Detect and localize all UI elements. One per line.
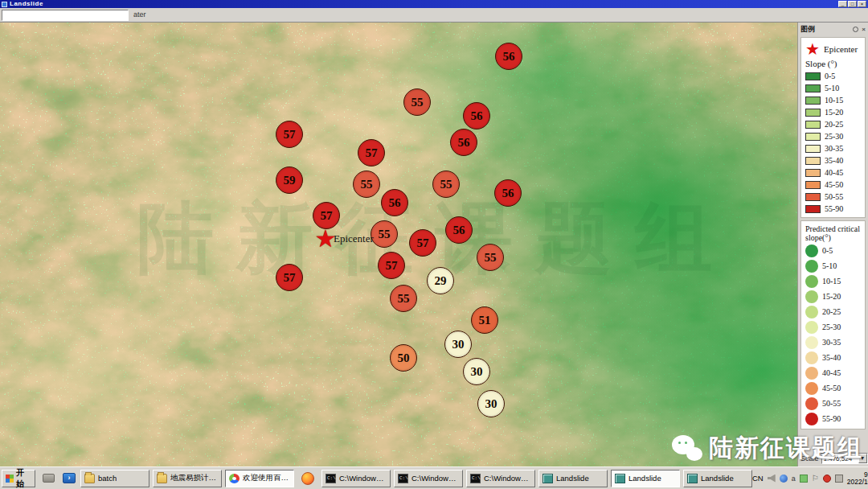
app-icon: [2, 2, 7, 7]
taskbar: 开始 › batch地震易损计算程...欢迎使用百度网盘C:\C:\Window…: [0, 466, 868, 489]
folder-icon: [157, 474, 167, 483]
slope-marker[interactable]: 29: [427, 267, 454, 294]
network-icon[interactable]: [835, 475, 843, 483]
folder-icon: [84, 474, 95, 483]
slope-legend-item: 10-15: [805, 94, 861, 106]
panel-close-icon[interactable]: ×: [862, 26, 866, 33]
windows-logo-icon: [6, 475, 14, 483]
taskbar-button-netdisk[interactable]: 欢迎使用百度网盘: [225, 470, 294, 487]
toolbar-input[interactable]: [2, 10, 129, 21]
language-indicator[interactable]: CN: [752, 474, 764, 483]
slope-marker[interactable]: 56: [463, 102, 490, 129]
legend-item-label: 5-10: [822, 261, 837, 270]
taskbar-button-cmd[interactable]: C:\C:\Windows\syst...: [394, 470, 463, 487]
slope-marker[interactable]: 30: [477, 390, 505, 417]
taskbar-button-app[interactable]: Landslide: [538, 470, 608, 487]
slope-marker[interactable]: 55: [353, 171, 380, 198]
slope-marker[interactable]: 59: [276, 166, 303, 194]
slope-marker[interactable]: 56: [495, 43, 522, 70]
legend-item-label: 25-30: [822, 323, 841, 331]
slope-legend-item: 5-10: [805, 82, 861, 94]
taskbar-button-label: Landslide: [628, 474, 661, 483]
pin-icon[interactable]: [853, 27, 858, 32]
taskbar-button-label: batch: [98, 474, 117, 483]
slope-marker[interactable]: 55: [432, 171, 460, 198]
legend-circle-swatch: [805, 244, 818, 257]
legend-swatch: [805, 157, 821, 165]
app-icon: [615, 474, 625, 483]
taskbar-button-label: 欢迎使用百度网盘: [243, 473, 290, 483]
tray-text-icon[interactable]: a: [792, 475, 796, 483]
taskbar-button-cmd[interactable]: C:\C:\Windows\syst...: [321, 470, 391, 487]
slope-legend-item: 25-30: [805, 130, 861, 142]
window-titlebar[interactable]: Landslide _ □ ×: [0, 0, 868, 8]
slope-marker[interactable]: 57: [378, 252, 405, 279]
close-button[interactable]: ×: [858, 1, 866, 7]
legend-swatch: [805, 97, 821, 105]
legend-circle-swatch: [805, 321, 818, 334]
slope-marker[interactable]: 57: [276, 121, 303, 148]
slope-marker[interactable]: 57: [358, 139, 385, 166]
slope-legend-item: 45-50: [805, 179, 861, 191]
tray-record-icon[interactable]: [823, 475, 831, 483]
legend-circle-swatch: [805, 413, 818, 425]
legend-swatch: [805, 205, 821, 213]
legend-circle-swatch: [805, 336, 818, 349]
app-icon: [687, 474, 698, 483]
powershell-icon[interactable]: ›: [61, 471, 77, 487]
slope-marker[interactable]: 30: [463, 358, 490, 385]
legend-item-label: 15-20: [822, 292, 841, 301]
slope-marker[interactable]: 55: [371, 220, 398, 248]
critical-legend-title: Predicted critical slope(°): [805, 224, 861, 242]
slope-marker[interactable]: 56: [445, 216, 473, 244]
toolbar-label: ater: [133, 10, 146, 18]
slope-marker[interactable]: 55: [477, 244, 504, 271]
slope-marker[interactable]: 30: [444, 331, 472, 358]
legend-item-label: 20-25: [822, 307, 841, 316]
legend-panel-title: 图例: [800, 24, 815, 35]
taskbar-button-app[interactable]: Landslide: [683, 470, 752, 487]
netdisk-icon: [229, 474, 240, 483]
minimize-button[interactable]: _: [838, 1, 847, 7]
taskbar-button-label: 地震易损计算程...: [170, 473, 218, 483]
quick-launch-device-icon[interactable]: [40, 471, 56, 487]
taskbar-button-label: C:\Windows\syst...: [484, 474, 531, 483]
tray-app-icon[interactable]: [780, 475, 788, 483]
legend-circle-swatch: [805, 382, 818, 395]
legend-circle-swatch: [805, 351, 818, 364]
slope-marker[interactable]: 56: [494, 179, 522, 207]
slope-legend-item: 55-90: [805, 203, 861, 215]
cmd-icon: C:\: [326, 474, 336, 483]
slope-marker[interactable]: 55: [403, 88, 431, 116]
slope-marker[interactable]: 57: [276, 264, 303, 291]
tray-green-icon[interactable]: [800, 475, 808, 483]
clock[interactable]: 9:14 2022/10/3: [847, 471, 868, 486]
legend-item-label: 0-5: [822, 246, 833, 255]
action-center-flag-icon[interactable]: ⚐: [812, 475, 819, 483]
slope-marker[interactable]: 56: [450, 129, 477, 156]
taskbar-button-folder[interactable]: 地震易损计算程...: [153, 470, 222, 487]
start-button[interactable]: 开始: [2, 470, 35, 487]
legend-circle-swatch: [805, 397, 818, 410]
slope-marker[interactable]: 51: [471, 306, 498, 334]
legend-swatch: [805, 121, 821, 129]
map-canvas[interactable]: 陆新征课题组 565556575657595555565657565557555…: [0, 23, 868, 466]
slope-marker[interactable]: 57: [409, 229, 436, 257]
taskbar-button-cmd[interactable]: C:\C:\Windows\syst...: [466, 470, 535, 487]
maximize-button[interactable]: □: [848, 1, 857, 7]
legend-item-label: 0-5: [825, 72, 835, 80]
slope-legend-title: Slope (°): [805, 59, 861, 68]
slope-marker[interactable]: 50: [390, 344, 417, 372]
taskbar-button-app[interactable]: Landslide: [611, 470, 680, 487]
volume-icon[interactable]: [768, 475, 776, 483]
critical-legend-item: 45-50: [805, 380, 861, 396]
taskbar-button-folder[interactable]: batch: [80, 470, 149, 487]
legend-circle-swatch: [805, 367, 818, 380]
legend-circle-swatch: [805, 306, 818, 318]
critical-legend-item: 55-90: [805, 411, 861, 426]
firefox-icon[interactable]: [297, 470, 318, 487]
critical-legend-item: 35-40: [805, 350, 861, 365]
slope-marker[interactable]: 56: [381, 189, 408, 216]
wechat-icon: [672, 435, 704, 462]
slope-marker[interactable]: 55: [390, 285, 417, 312]
